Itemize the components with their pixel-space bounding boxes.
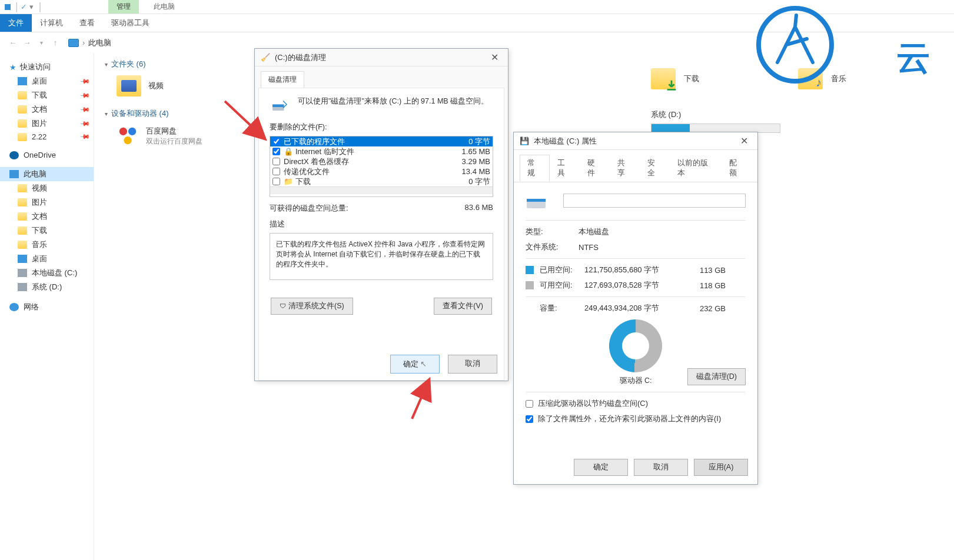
tree-item-folder[interactable]: 2.22📌: [0, 131, 94, 143]
tab-quota[interactable]: 配额: [722, 155, 752, 182]
chevron-right-icon: ›: [82, 38, 85, 47]
watermark-text: 云: [896, 35, 930, 81]
separator: |: [39, 1, 42, 13]
tree-item-pictures[interactable]: 图片: [0, 195, 94, 209]
svg-point-0: [119, 128, 127, 135]
usage-donut-chart: [609, 319, 662, 372]
drive-icon: 💾: [520, 136, 529, 145]
properties-tabs: 常规 工具 硬件 共享 安全 以前的版本 配额: [514, 150, 757, 182]
tab-security[interactable]: 安全: [640, 155, 670, 182]
file-row[interactable]: 已下载的程序文件0 字节: [270, 136, 493, 146]
nav-tree: 快速访问 桌面📌 下载📌 文档📌 图片📌 2.22📌 OneDrive 此电脑 …: [0, 53, 94, 560]
nav-up-button[interactable]: ↑: [49, 37, 61, 49]
drive-label-input[interactable]: [563, 194, 746, 208]
dialog-titlebar[interactable]: 💾 本地磁盘 (C:) 属性 ✕: [514, 132, 757, 150]
dialog-title-text: 本地磁盘 (C:) 属性: [534, 136, 597, 146]
tree-item-documents[interactable]: 文档: [0, 209, 94, 224]
annotation-arrow: [394, 376, 441, 424]
tree-item-drive-c[interactable]: 本地磁盘 (C:): [0, 266, 94, 280]
svg-point-1: [128, 128, 136, 135]
file-row[interactable]: 传递优化文件13.4 MB: [270, 166, 493, 176]
cleanup-icon: 🧹: [261, 53, 270, 62]
close-button[interactable]: ✕: [487, 52, 502, 63]
nav-history-dropdown[interactable]: ▾: [35, 37, 47, 49]
files-to-delete-label: 要删除的文件(F):: [270, 122, 493, 132]
baidu-icon: [117, 125, 139, 147]
tree-item-desktop[interactable]: 桌面: [0, 252, 94, 266]
dialog-titlebar[interactable]: 🧹 (C:)的磁盘清理 ✕: [255, 49, 508, 66]
tree-item-downloads[interactable]: 下载: [0, 224, 94, 238]
ok-button[interactable]: 确定: [574, 459, 628, 476]
ribbon-tab-drives[interactable]: 驱动器工具: [103, 14, 158, 32]
nav-forward-button[interactable]: →: [21, 37, 33, 49]
tree-item-drive-d[interactable]: 系统 (D:): [0, 280, 94, 294]
tree-item-downloads[interactable]: 下载📌: [0, 88, 94, 102]
folder-icon: [651, 68, 676, 89]
ribbon-tab-file[interactable]: 文件: [0, 14, 32, 32]
tree-quick-access[interactable]: 快速访问: [0, 60, 94, 74]
tab-previous[interactable]: 以前的版本: [670, 155, 722, 182]
apply-button[interactable]: 应用(A): [694, 459, 748, 476]
tab-cleanup[interactable]: 磁盘清理: [261, 71, 304, 88]
file-list[interactable]: 已下载的程序文件0 字节 🔒Internet 临时文件1.65 MB Direc…: [270, 136, 493, 197]
compress-option[interactable]: 压缩此驱动器以节约磁盘空间(C): [526, 398, 746, 409]
description-label: 描述: [270, 219, 493, 229]
file-checkbox[interactable]: [272, 158, 280, 165]
file-row[interactable]: 🔒Internet 临时文件1.65 MB: [270, 146, 493, 156]
disk-cleanup-dialog: 🧹 (C:)的磁盘清理 ✕ 磁盘清理 可以使用"磁盘清理"来释放 (C:) 上的…: [254, 48, 508, 381]
dialog-title-text: (C:)的磁盘清理: [275, 52, 326, 63]
dialog-body: 可以使用"磁盘清理"来释放 (C:) 上的 97.1 MB 磁盘空间。 要删除的…: [258, 88, 504, 381]
used-color-swatch: [526, 266, 534, 274]
contextual-tab-manage[interactable]: 管理: [108, 0, 139, 14]
location-text: 此电脑: [88, 38, 111, 48]
ok-button[interactable]: 确定 ↖: [390, 355, 440, 374]
compress-checkbox[interactable]: [526, 400, 533, 408]
file-checkbox[interactable]: [272, 178, 280, 185]
list-scrollbar[interactable]: [270, 186, 493, 194]
lock-icon: 🔒: [284, 147, 293, 156]
pin-icon: 📌: [79, 89, 90, 101]
tree-onedrive[interactable]: OneDrive: [0, 149, 94, 161]
app-icon: [5, 4, 11, 10]
view-files-button[interactable]: 查看文件(V): [434, 298, 492, 315]
nav-back-button[interactable]: ←: [7, 37, 19, 49]
ribbon-tab-view[interactable]: 查看: [71, 14, 103, 32]
tab-general[interactable]: 常规: [520, 155, 550, 182]
pin-icon: 📌: [79, 118, 90, 129]
tab-hardware[interactable]: 硬件: [580, 155, 610, 182]
dropdown-icon[interactable]: ▾: [27, 2, 36, 11]
tree-this-pc[interactable]: 此电脑: [0, 167, 94, 181]
tree-item-music[interactable]: 音乐: [0, 238, 94, 252]
gain-row: 可获得的磁盘空间总量: 83.6 MB: [270, 203, 493, 214]
tree-network[interactable]: 网络: [0, 300, 94, 314]
tree-item-pictures[interactable]: 图片📌: [0, 116, 94, 131]
folder-downloads[interactable]: 下载: [651, 68, 699, 89]
tab-tools[interactable]: 工具: [550, 155, 580, 182]
check-icon: ✓: [21, 2, 27, 11]
properties-body: 类型:本地磁盘 文件系统:NTFS 已用空间:121,750,855,680 字…: [514, 182, 757, 437]
file-checkbox[interactable]: [272, 168, 280, 175]
cancel-button[interactable]: 取消: [448, 355, 497, 374]
address-bar[interactable]: › 此电脑: [68, 38, 111, 48]
chevron-down-icon: ▾: [105, 111, 108, 117]
cancel-button[interactable]: 取消: [634, 459, 688, 476]
tree-item-documents[interactable]: 文档📌: [0, 102, 94, 116]
disk-cleanup-button[interactable]: 磁盘清理(D): [687, 368, 746, 385]
tree-item-videos[interactable]: 视频: [0, 181, 94, 195]
svg-line-7: [225, 101, 264, 138]
dialog-tabs: 磁盘清理: [255, 66, 508, 88]
svg-rect-6: [527, 199, 546, 202]
tab-sharing[interactable]: 共享: [610, 155, 640, 182]
index-option[interactable]: 除了文件属性外，还允许索引此驱动器上文件的内容(I): [526, 414, 746, 424]
tree-item-desktop[interactable]: 桌面📌: [0, 74, 94, 88]
file-row[interactable]: DirectX 着色器缓存3.29 MB: [270, 156, 493, 166]
ribbon-tab-computer[interactable]: 计算机: [32, 14, 71, 32]
chevron-down-icon: ▾: [105, 61, 108, 68]
drive-system-d[interactable]: 系统 (D:): [651, 109, 780, 133]
clean-system-files-button[interactable]: 清理系统文件(S): [271, 298, 353, 315]
pin-icon: 📌: [79, 75, 90, 86]
index-checkbox[interactable]: [526, 415, 533, 423]
close-button[interactable]: ✕: [737, 135, 752, 146]
file-row[interactable]: 📁下载0 字节: [270, 176, 493, 186]
folder-icon: 📁: [284, 177, 293, 186]
